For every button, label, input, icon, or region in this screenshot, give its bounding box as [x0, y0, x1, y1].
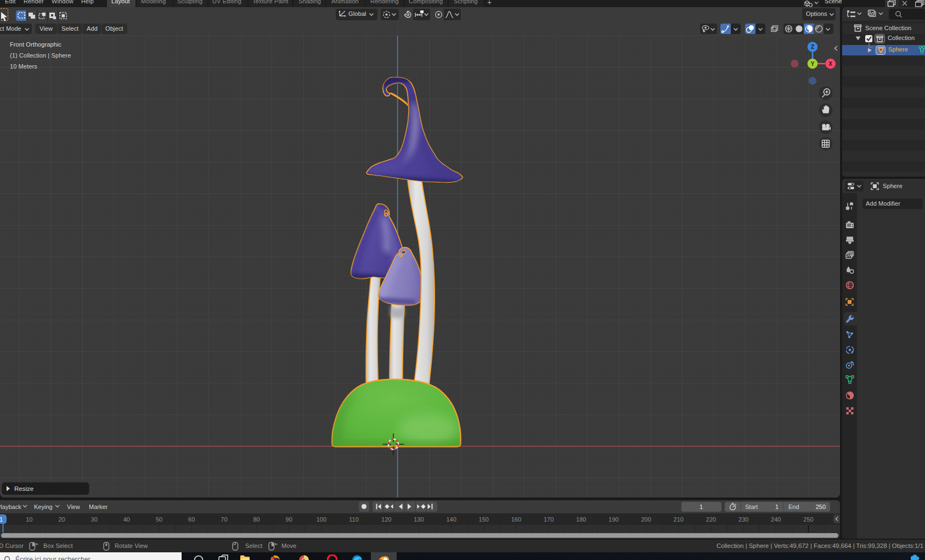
svg-text:170: 170 [544, 516, 554, 523]
svg-text:250: 250 [803, 516, 813, 523]
svg-text:Keying: Keying [34, 504, 53, 510]
svg-text:180: 180 [576, 516, 586, 523]
svg-text:240: 240 [771, 516, 781, 523]
svg-text:100: 100 [317, 516, 326, 523]
svg-text:50: 50 [156, 516, 162, 523]
svg-text:130: 130 [414, 516, 424, 523]
svg-text:70: 70 [221, 516, 227, 523]
svg-text:160: 160 [511, 516, 521, 523]
svg-text:60: 60 [188, 516, 195, 523]
svg-text:Playback: Playback [0, 504, 21, 510]
svg-text:250: 250 [816, 504, 826, 510]
svg-text:Start: Start [745, 504, 758, 510]
svg-text:X: X [828, 61, 832, 67]
svg-text:30: 30 [91, 516, 98, 523]
svg-text:90: 90 [286, 516, 292, 523]
svg-text:View: View [67, 504, 80, 510]
svg-text:Marker: Marker [89, 504, 108, 510]
svg-text:End: End [788, 504, 799, 510]
svg-text:1: 1 [700, 504, 703, 510]
svg-text:1: 1 [0, 516, 3, 523]
svg-text:80: 80 [253, 516, 260, 523]
svg-text:Z: Z [811, 44, 814, 50]
svg-text:120: 120 [381, 516, 391, 523]
svg-text:200: 200 [641, 516, 651, 523]
svg-text:110: 110 [349, 516, 359, 523]
svg-text:Resize: Resize [14, 485, 33, 492]
svg-text:40: 40 [123, 516, 130, 523]
svg-text:1: 1 [775, 504, 779, 510]
svg-text:230: 230 [738, 516, 748, 523]
svg-text:10: 10 [26, 516, 32, 523]
svg-text:140: 140 [446, 516, 456, 523]
svg-text:190: 190 [608, 516, 618, 523]
svg-text:210: 210 [674, 516, 684, 523]
svg-text:150: 150 [479, 516, 489, 523]
svg-text:Y: Y [811, 61, 815, 67]
svg-text:220: 220 [706, 516, 716, 523]
svg-text:20: 20 [58, 516, 65, 523]
